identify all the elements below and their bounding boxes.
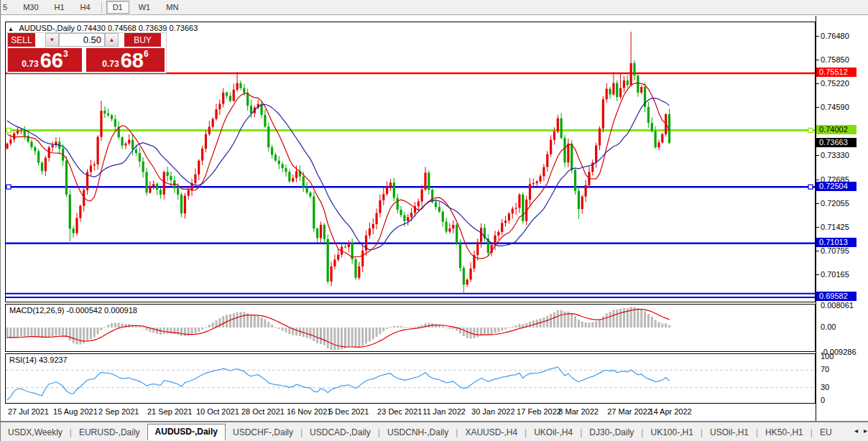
timeframe-button-d1[interactable]: D1 (106, 1, 129, 14)
price-axis[interactable]: 0.764800.758500.752200.745900.733300.726… (816, 16, 868, 421)
macd-bar (191, 328, 193, 335)
chart-tab-eurusd--daily[interactable]: EURUSD-,Daily (72, 425, 147, 440)
macd-panel[interactable]: MACD(12,26,9) -0.000542 0.000918 (5, 304, 816, 352)
candle-body (152, 184, 154, 186)
tabs-scroll-left-icon[interactable]: ◂ (854, 427, 858, 435)
candle-body (567, 144, 569, 162)
buy-button[interactable]: BUY (124, 33, 161, 47)
hline-handle[interactable] (6, 128, 11, 132)
macd-bar (400, 326, 402, 328)
chart-tab-uk100--h1[interactable]: UK100-,H1 (643, 425, 700, 440)
macd-bar (386, 328, 388, 329)
price-tick-label: 0.73330 (821, 151, 849, 159)
chart-tab-ukoil--h4[interactable]: UKOil-,H4 (527, 425, 580, 440)
macd-bar (107, 325, 109, 328)
candle-body (466, 279, 468, 284)
chart-tab-xauusd--h4[interactable]: XAUUSD-,H4 (458, 425, 525, 440)
oneclick-collapse-icon[interactable]: ▲ (8, 26, 14, 32)
chart-tab-usdchf--daily[interactable]: USDCHF-,Daily (226, 425, 300, 440)
price-badge-0.75512: 0.75512 (816, 68, 857, 77)
candle-body (75, 218, 78, 233)
macd-bar (515, 325, 517, 328)
macd-bar (285, 328, 287, 333)
sell-price-quote[interactable]: 0.73 66 3 (8, 48, 82, 72)
price-tick-label: 0.70165 (821, 270, 849, 279)
candle-body (142, 162, 144, 172)
ohlc-low: 0.73639 (139, 24, 167, 32)
timeframe-button-mn[interactable]: MN (160, 1, 185, 14)
buy-price-quote[interactable]: 0.73 68 6 (86, 48, 165, 72)
macd-bar (313, 328, 315, 341)
chart-tab-usdcad--daily[interactable]: USDCAD-,Daily (303, 425, 378, 440)
timeframe-button-h4[interactable]: H4 (74, 1, 97, 14)
macd-bar (504, 328, 507, 330)
date-label: 5 Dec 2021 (328, 407, 369, 416)
candle-body (323, 225, 326, 239)
volume-input[interactable] (59, 33, 105, 47)
candle-body (417, 201, 420, 206)
candle-body (578, 191, 580, 209)
hline-handle[interactable] (808, 128, 813, 132)
hline-handle[interactable] (808, 185, 813, 189)
macd-bar (282, 328, 284, 331)
chart-tab-usdcnh--daily[interactable]: USDCNH-,Daily (380, 425, 456, 440)
timeframe-button-h1[interactable]: H1 (48, 1, 71, 14)
candle-body (93, 164, 96, 166)
macd-bar (529, 322, 531, 328)
date-label: 15 Aug 2021 (53, 407, 98, 416)
macd-bar (578, 320, 580, 328)
candle-body (264, 115, 266, 126)
rsi-line (7, 367, 670, 400)
price-badge-0.73663: 0.73663 (816, 138, 857, 147)
date-label: 30 Jan 2022 (471, 407, 515, 416)
macd-bar (365, 328, 367, 343)
candle-body (640, 87, 642, 93)
candle-body (609, 89, 611, 95)
sell-button[interactable]: SELL (8, 33, 35, 47)
volume-decrease-button[interactable]: ▼ (45, 33, 59, 47)
timeframe-button-m30[interactable]: M30 (17, 1, 45, 14)
sell-price-sup: 3 (63, 49, 68, 59)
macd-bar (428, 323, 430, 328)
macd-bar (233, 313, 235, 328)
candle-body (393, 182, 395, 198)
chart-tab-usoil--h1[interactable]: USOil-,H1 (703, 425, 756, 440)
price-tick-mark (816, 83, 819, 84)
macd-bar (466, 328, 468, 338)
candle-body (163, 172, 165, 195)
volume-increase-button[interactable]: ▲ (105, 33, 119, 47)
candle-body (494, 236, 496, 245)
chart-tab-usdx-weekly[interactable]: USDX,Weekly (1, 425, 70, 440)
date-axis[interactable]: 27 Jul 202115 Aug 20212 Sep 202121 Sep 2… (5, 405, 816, 421)
candle-body (184, 196, 186, 214)
candle-body (320, 225, 322, 238)
rsi-chart (6, 354, 815, 403)
tabs-scroll-right-icon[interactable]: ▸ (864, 427, 867, 435)
ma-slow-line (7, 98, 670, 250)
macd-bar (588, 322, 590, 328)
hline-handle[interactable] (6, 185, 11, 189)
macd-axis-label: 0.00 (821, 322, 836, 331)
candle-body (267, 126, 269, 147)
macd-bar (34, 328, 36, 336)
candle-body (438, 207, 440, 211)
candle-body (361, 251, 364, 266)
macd-bar (167, 328, 169, 334)
candle-body (655, 131, 657, 148)
chart-tab-hk50--h1[interactable]: HK50-,H1 (758, 425, 811, 440)
macd-bar (73, 328, 75, 343)
timeframe-button-5[interactable]: 5 (0, 1, 14, 14)
candle-body (65, 161, 68, 195)
chart-tab-eu[interactable]: EU (813, 425, 839, 440)
candle-body (581, 197, 583, 209)
price-tick-label: 0.75220 (821, 79, 849, 88)
price-tick-mark (816, 251, 819, 251)
macd-bar (118, 322, 120, 328)
candle-body (229, 96, 231, 101)
chart-tab-audusd--daily[interactable]: AUDUSD-,Daily (147, 424, 226, 440)
rsi-panel[interactable]: RSI(14) 43.9237 (5, 353, 816, 404)
chart-tab-dj30--daily[interactable]: DJ30-,Daily (582, 425, 641, 440)
timeframe-button-w1[interactable]: W1 (132, 1, 157, 14)
candle-body (508, 213, 510, 220)
macd-bar (518, 324, 520, 328)
